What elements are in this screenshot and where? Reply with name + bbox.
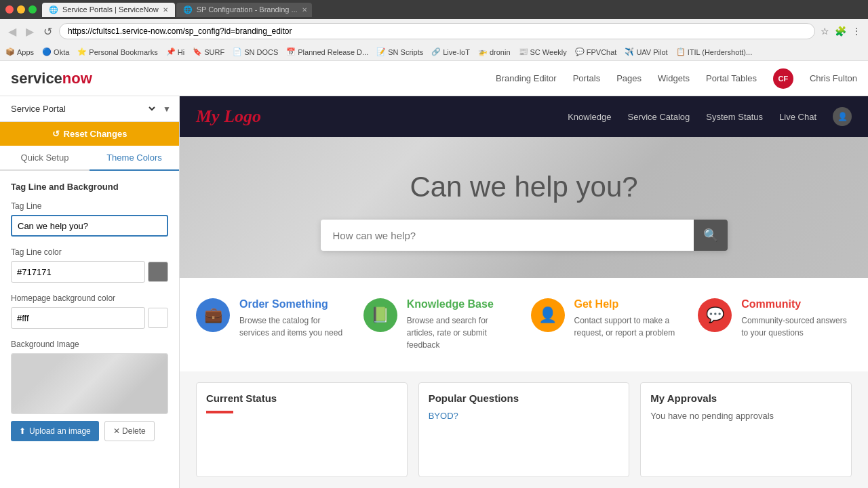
browser-chrome: 🌐 Service Portals | ServiceNow ✕ 🌐 SP Co… (0, 0, 868, 19)
bg-color-input-wrapper (11, 307, 168, 329)
bookmark-liveiot[interactable]: 🔗 Live-IoT (431, 47, 470, 56)
tab-label-2: SP Configuration - Branding ... (197, 5, 298, 14)
bookmark-fpvchat[interactable]: 💬 FPVChat (575, 47, 617, 56)
address-input[interactable] (59, 23, 815, 39)
nav-portals[interactable]: Portals (573, 73, 600, 83)
browser-tab-inactive[interactable]: 🌐 SP Configuration - Branding ... ✕ (176, 3, 312, 17)
bookmark-scripts[interactable]: 📝 SN Scripts (376, 47, 423, 56)
bookmark-sndocs[interactable]: 📄 SN DOCS (233, 47, 278, 56)
tab-close-icon-2[interactable]: ✕ (302, 6, 307, 14)
current-status-title: Current Status (206, 392, 397, 404)
portal-nav-live-chat[interactable]: Live Chat (779, 112, 816, 122)
bookmark-planned[interactable]: 📅 Planned Release D... (286, 47, 368, 56)
star-icon[interactable]: ☆ (819, 24, 831, 38)
bookmark-itil[interactable]: 📋 ITIL (Herdershott)... (676, 47, 753, 56)
tag-line-color-swatch[interactable] (148, 262, 168, 282)
maximize-window-button[interactable] (28, 5, 37, 14)
bookmark-scweekly[interactable]: 📰 SC Weekly (519, 47, 567, 56)
hero-title: Can we help you? (196, 171, 852, 203)
portal-nav-user-icon[interactable]: 👤 (833, 107, 852, 126)
minimize-window-button[interactable] (17, 5, 25, 14)
portal-dropdown[interactable]: Service Portal (8, 103, 157, 115)
bg-image-inner (12, 354, 167, 413)
tab-quick-setup[interactable]: Quick Setup (0, 146, 90, 169)
extensions-icon[interactable]: 🧩 (833, 24, 848, 38)
tag-line-group: Tag Line (11, 201, 168, 237)
logo-service: service (11, 70, 62, 87)
card-title-gethelp[interactable]: Get Help (574, 298, 685, 310)
tag-line-input[interactable] (11, 215, 168, 237)
bg-image-preview (11, 353, 168, 414)
card-gethelp: 👤 Get Help Contact support to make a req… (531, 298, 685, 351)
search-input[interactable] (321, 220, 694, 251)
tag-line-label: Tag Line (11, 201, 168, 211)
nav-portal-tables[interactable]: Portal Tables (706, 73, 757, 83)
tag-line-color-input[interactable] (11, 261, 145, 283)
image-buttons: ⬆ Upload an image ✕ Delete (11, 421, 168, 441)
tab-close-icon[interactable]: ✕ (163, 6, 168, 14)
address-bar: ◀ ▶ ↺ ☆ 🧩 ⋮ (0, 19, 868, 43)
bg-image-label: Background Image (11, 340, 168, 349)
status-indicator (206, 411, 233, 413)
bookmark-hi[interactable]: 📌 Hi (166, 47, 184, 56)
popular-question-link[interactable]: BYOD? (429, 411, 620, 421)
portal-preview: My Logo Knowledge Service Catalog System… (180, 96, 868, 488)
portal-logo: My Logo (196, 106, 261, 127)
bookmark-okta[interactable]: 🔵 Okta (42, 47, 69, 56)
close-window-button[interactable] (5, 5, 14, 14)
bookmark-personal[interactable]: ⭐ Personal Bookmarks (77, 47, 158, 56)
back-button[interactable]: ◀ (5, 24, 19, 39)
card-desc-order: Browse the catalog for services and item… (239, 314, 350, 339)
portal-nav: Knowledge Service Catalog System Status … (568, 107, 852, 126)
browser-tab-active[interactable]: 🌐 Service Portals | ServiceNow ✕ (42, 3, 175, 17)
bg-color-input[interactable] (11, 307, 145, 329)
portal-nav-system-status[interactable]: System Status (706, 112, 763, 122)
tag-line-color-label: Tag Line color (11, 247, 168, 257)
card-content-community: Community Community-sourced answers to y… (741, 298, 852, 351)
section-title: Tag Line and Background (11, 182, 168, 192)
portal-selector: Service Portal ▼ (0, 96, 179, 122)
upload-label: Upload an image (29, 426, 91, 436)
main-content: Service Portal ▼ ↺ Reset Changes Quick S… (0, 96, 868, 488)
portal-nav-service-catalog[interactable]: Service Catalog (627, 112, 690, 122)
bg-color-group: Homepage background color (11, 293, 168, 329)
nav-branding-editor[interactable]: Branding Editor (496, 73, 557, 83)
upload-icon: ⬆ (19, 426, 26, 436)
card-content-gethelp: Get Help Contact support to make a reque… (574, 298, 685, 351)
card-title-order[interactable]: Order Something (239, 298, 350, 310)
tag-line-color-group: Tag Line color (11, 247, 168, 283)
bottom-panels: Current Status Popular Questions BYOD? M… (180, 371, 868, 488)
logo: servicenow (11, 70, 92, 87)
tab-label: Service Portals | ServiceNow (62, 5, 159, 14)
left-panel: Service Portal ▼ ↺ Reset Changes Quick S… (0, 96, 180, 488)
menu-icon[interactable]: ⋮ (850, 24, 863, 38)
forward-button[interactable]: ▶ (23, 24, 37, 39)
card-desc-community: Community-sourced answers to your questi… (741, 314, 852, 339)
upload-image-button[interactable]: ⬆ Upload an image (11, 421, 99, 441)
tab-theme-colors[interactable]: Theme Colors (90, 146, 179, 171)
toolbar-right: ☆ 🧩 ⋮ (819, 24, 863, 38)
nav-widgets[interactable]: Widgets (658, 73, 690, 83)
bookmark-dronin[interactable]: 🚁 dronin (478, 47, 511, 56)
bg-color-label: Homepage background color (11, 293, 168, 303)
tab-favicon-2: 🌐 (183, 5, 193, 14)
card-icon-knowledge: 📗 (363, 298, 397, 332)
my-approvals-text: You have no pending approvals (650, 411, 842, 421)
card-title-knowledge[interactable]: Knowledge Base (407, 298, 517, 310)
refresh-button[interactable]: ↺ (41, 24, 55, 39)
search-button[interactable]: 🔍 (694, 220, 728, 251)
delete-image-button[interactable]: ✕ Delete (104, 421, 155, 441)
card-title-community[interactable]: Community (741, 298, 852, 310)
bg-color-swatch[interactable] (148, 308, 168, 328)
portal-nav-knowledge[interactable]: Knowledge (568, 112, 611, 122)
chevron-down-icon: ▼ (163, 104, 171, 114)
user-avatar: CF (773, 68, 793, 89)
bookmark-surf[interactable]: 🔖 SURF (193, 47, 224, 56)
nav-pages[interactable]: Pages (616, 73, 642, 83)
browser-tabs: 🌐 Service Portals | ServiceNow ✕ 🌐 SP Co… (42, 3, 863, 17)
bookmark-apps[interactable]: 📦 Apps (5, 47, 34, 56)
reset-changes-button[interactable]: ↺ Reset Changes (0, 122, 179, 146)
tab-favicon: 🌐 (49, 5, 58, 14)
user-name[interactable]: Chris Fulton (810, 73, 857, 83)
bookmark-uavpilot[interactable]: ✈️ UAV Pilot (625, 47, 667, 56)
